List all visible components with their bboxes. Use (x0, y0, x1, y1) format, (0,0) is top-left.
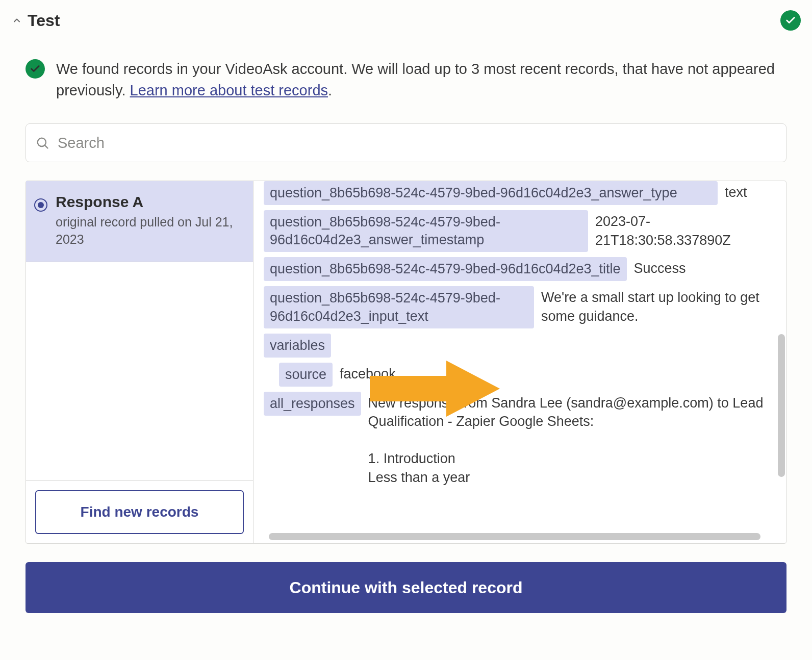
detail-row: question_8b65b698-524c-4579-9bed-96d16c0… (264, 286, 765, 328)
vertical-scrollbar[interactable] (778, 334, 785, 477)
record-item-selected[interactable]: Response A original record pulled on Jul… (26, 181, 253, 262)
detail-value: facebook (340, 363, 765, 383)
detail-key: all_responses (264, 392, 361, 416)
detail-value: New response from Sandra Lee (sandra@exa… (368, 392, 765, 487)
records-list-spacer (26, 262, 253, 481)
detail-key: question_8b65b698-524c-4579-9bed-96d16c0… (264, 257, 627, 281)
radio-selected-icon (34, 198, 47, 212)
svg-point-0 (38, 138, 46, 146)
record-subtitle: original record pulled on Jul 21, 2023 (56, 214, 240, 248)
check-circle-icon (26, 59, 45, 79)
detail-key: question_8b65b698-524c-4579-9bed-96d16c0… (264, 286, 534, 328)
record-detail-scroll[interactable]: question_8b65b698-524c-4579-9bed-96d16c0… (264, 181, 781, 530)
record-title: Response A (56, 193, 240, 211)
detail-row: variables (264, 334, 765, 358)
section-header: Test (11, 10, 801, 31)
find-new-records-button[interactable]: Find new records (35, 490, 244, 534)
search-wrap (26, 123, 786, 162)
detail-row: question_8b65b698-524c-4579-9bed-96d16c0… (264, 210, 765, 252)
find-new-records-wrap: Find new records (26, 480, 253, 543)
detail-row: question_8b65b698-524c-4579-9bed-96d16c0… (264, 181, 765, 205)
status-success-icon (780, 10, 801, 31)
search-input[interactable] (57, 134, 777, 152)
learn-more-link[interactable]: Learn more about test records (130, 82, 328, 98)
info-banner: We found records in your VideoAsk accoun… (11, 58, 801, 101)
section-title: Test (28, 11, 60, 30)
detail-key: variables (264, 334, 331, 358)
detail-row: all_responsesNew response from Sandra Le… (264, 392, 765, 487)
detail-value: text (725, 181, 765, 201)
detail-row: sourcefacebook (264, 363, 765, 387)
records-list: Response A original record pulled on Jul… (26, 181, 253, 543)
horizontal-scrollbar[interactable] (269, 533, 760, 540)
detail-value: 2023-07-21T18:30:58.337890Z (595, 210, 765, 249)
detail-row: question_8b65b698-524c-4579-9bed-96d16c0… (264, 257, 765, 281)
detail-key: source (279, 363, 333, 387)
search-icon (35, 136, 49, 150)
section-header-left[interactable]: Test (11, 11, 60, 30)
detail-value: Success (634, 257, 765, 277)
detail-key: question_8b65b698-524c-4579-9bed-96d16c0… (264, 210, 588, 252)
info-text: We found records in your VideoAsk accoun… (56, 58, 786, 101)
detail-value: We're a small start up looking to get so… (541, 286, 765, 325)
continue-button[interactable]: Continue with selected record (26, 562, 786, 613)
record-text: Response A original record pulled on Jul… (56, 193, 240, 248)
chevron-up-icon (11, 15, 22, 26)
search-input-container[interactable] (26, 123, 786, 162)
info-text-post: . (328, 82, 332, 98)
records-panel: Response A original record pulled on Jul… (26, 181, 786, 544)
record-detail-pane: question_8b65b698-524c-4579-9bed-96d16c0… (253, 181, 786, 543)
svg-line-1 (45, 146, 47, 148)
detail-key: question_8b65b698-524c-4579-9bed-96d16c0… (264, 181, 718, 205)
